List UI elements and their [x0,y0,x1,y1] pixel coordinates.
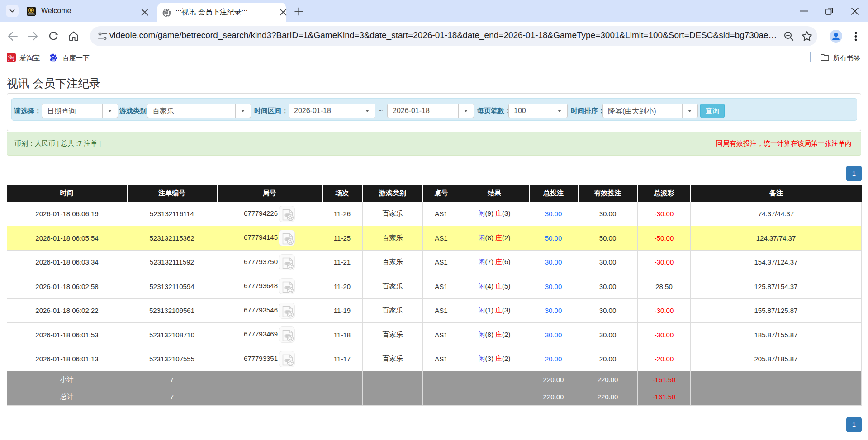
svg-text:淘: 淘 [8,54,14,61]
svg-text:du: du [52,58,55,61]
